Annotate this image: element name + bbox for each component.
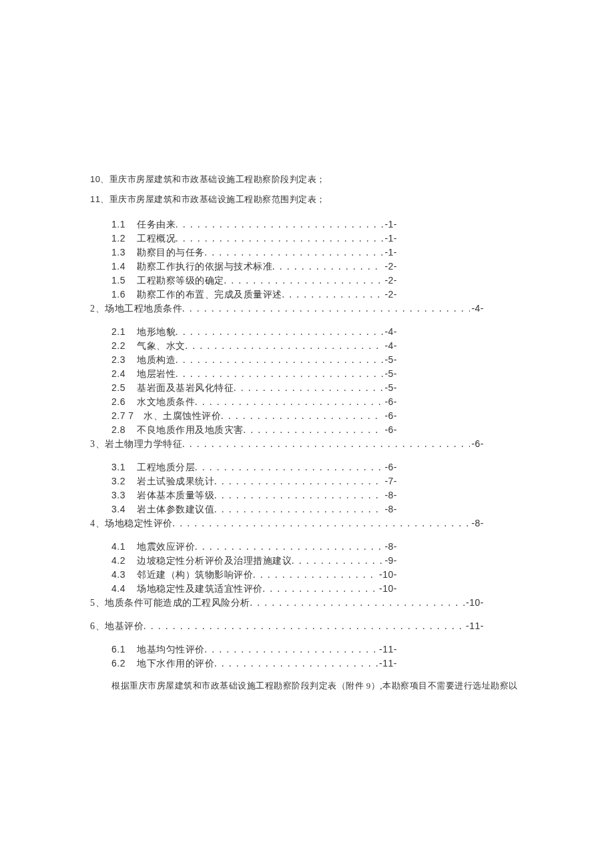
toc-leader-dots — [195, 540, 383, 554]
toc-group: 6.1地基均匀性评价-11-6.2地下水作用的评价-11- — [90, 642, 524, 671]
toc-entry-title: 地层岩性 — [137, 367, 176, 381]
toc-section-number: 2、 — [90, 302, 105, 316]
toc-section: 6、地基评价-11- — [90, 619, 484, 633]
toc-entry-number: 1.5 — [111, 274, 137, 288]
toc-group: 1.1任务由来-1-1.2工程概况-1-1.3勘察目的与任务-1-1.4勘察工作… — [90, 218, 524, 316]
toc-entry-page: -2- — [383, 288, 397, 302]
toc-leader-dots — [282, 288, 384, 302]
toc-entry-number: 2.8 — [111, 423, 137, 437]
toc-section-number: 5、 — [90, 596, 105, 610]
toc-leader-dots — [214, 502, 383, 516]
toc-entry-title: 岩土体参数建议值 — [137, 502, 214, 516]
toc-entry-page: -8- — [383, 540, 397, 554]
toc-entry: 2.3地质构造-5- — [90, 353, 397, 367]
toc-section-page: -4- — [470, 302, 484, 316]
toc-entry: 4.3邻近建（构）筑物影响评价-10- — [90, 568, 397, 582]
toc-entry-title: 工程地质分层 — [137, 460, 195, 474]
toc-entry-page: -8- — [383, 488, 397, 502]
toc-entry: 2.8不良地质作用及地质灾害-6- — [90, 423, 397, 437]
table-of-contents: 1.1任务由来-1-1.2工程概况-1-1.3勘察目的与任务-1-1.4勘察工作… — [90, 218, 524, 671]
toc-entry-number: 1.3 — [111, 246, 137, 260]
toc-group: 4.1地震效应评价-8-4.2边坡稳定性分析评价及治理措施建议-9-4.3邻近建… — [90, 540, 524, 610]
toc-leader-dots — [214, 488, 383, 502]
toc-entry-number: 1.2 — [111, 232, 137, 246]
toc-entry: 1.1任务由来-1- — [90, 218, 397, 232]
toc-entry-number: 3.3 — [111, 488, 137, 502]
toc-entry-number: 2.4 — [111, 367, 137, 381]
toc-entry-title: 地下水作用的评价 — [137, 657, 214, 671]
toc-entry: 4.2边坡稳定性分析评价及治理措施建议-9- — [90, 554, 397, 568]
toc-entry-title: 岩土试验成果统计 — [137, 474, 214, 488]
toc-entry: 2.1地形地貌-4- — [90, 325, 397, 339]
toc-leader-dots — [244, 423, 384, 437]
toc-entry-page: -10- — [378, 582, 397, 596]
toc-section-page: -6- — [470, 437, 484, 451]
toc-leader-dots — [195, 460, 383, 474]
toc-entry-title: 地形地貌 — [137, 325, 176, 339]
toc-entry: 1.2工程概况-1- — [90, 232, 397, 246]
toc-entry-number: 3.2 — [111, 474, 137, 488]
toc-leader-dots — [292, 554, 383, 568]
toc-entry: 3.1工程地质分层-6- — [90, 460, 397, 474]
toc-section-number: 4、 — [90, 516, 105, 530]
toc-entry: 3.4岩土体参数建议值-8- — [90, 502, 397, 516]
toc-entry-number: 4.3 — [111, 568, 137, 582]
toc-entry: 2.6水文地质条件-6- — [90, 395, 397, 409]
toc-entry: 2.2气象、水文-4- — [90, 339, 397, 353]
toc-entry-title: 岩体基本质量等级 — [137, 488, 214, 502]
toc-entry-title: 地质构造 — [137, 353, 176, 367]
toc-leader-dots — [186, 339, 384, 353]
toc-entry-number: 3.1 — [111, 460, 137, 474]
toc-section-page: -8- — [470, 516, 484, 530]
toc-entry-title: 勘察工作的布置、完成及质量评述 — [137, 288, 282, 302]
toc-entry-title: 工程勘察等级的确定 — [137, 274, 224, 288]
toc-entry-title: 邻近建（构）筑物影响评价 — [137, 568, 253, 582]
toc-entry-number: 1.4 — [111, 260, 137, 274]
toc-leader-dots — [176, 232, 383, 246]
toc-entry-page: -9- — [383, 554, 397, 568]
toc-entry-page: -5- — [383, 381, 397, 395]
toc-leader-dots — [176, 353, 383, 367]
toc-entry-page: -11- — [378, 642, 397, 657]
toc-entry-title: 边坡稳定性分析评价及治理措施建议 — [137, 554, 292, 568]
toc-section: 4、场地稳定性评价-8- — [90, 516, 484, 530]
toc-entry-title: 地震效应评价 — [137, 540, 195, 554]
toc-entry-number: 6.1 — [111, 642, 137, 657]
toc-section-number: 3、 — [90, 437, 105, 451]
toc-entry-title: 任务由来 — [137, 218, 176, 232]
toc-entry-title: 勘察目的与任务 — [137, 246, 205, 260]
intro-line-10: 10、重庆市房屋建筑和市政基础设施工程勘察阶段判定表； — [90, 173, 524, 185]
toc-leader-dots — [143, 619, 465, 633]
toc-leader-dots — [263, 582, 378, 596]
toc-leader-dots — [195, 395, 383, 409]
toc-leader-dots — [253, 568, 378, 582]
toc-leader-dots — [182, 437, 470, 451]
toc-entry-page: -6- — [383, 423, 397, 437]
toc-entry-page: -1- — [383, 232, 397, 246]
toc-entry-page: -6- — [383, 460, 397, 474]
toc-entry-page: -4- — [383, 339, 397, 353]
footnote-text: 根据重庆市房屋建筑和市政基础设施工程勘察阶段判定表（附件 9）,本勘察项目不需要… — [90, 680, 524, 692]
toc-entry-number: 2.3 — [111, 353, 137, 367]
toc-entry-number: 3.4 — [111, 502, 137, 516]
toc-entry-number: 1.1 — [111, 218, 137, 232]
toc-entry-page: -2- — [383, 274, 397, 288]
toc-entry-number: 4.1 — [111, 540, 137, 554]
toc-entry-page: -1- — [383, 218, 397, 232]
intro-text: 重庆市房屋建筑和市政基础设施工程勘察阶段判定表； — [109, 174, 326, 184]
document-page: 10、重庆市房屋建筑和市政基础设施工程勘察阶段判定表； 11、重庆市房屋建筑和市… — [0, 0, 614, 692]
toc-group: 3.1工程地质分层-6-3.2岩土试验成果统计-7-3.3岩体基本质量等级-8-… — [90, 460, 524, 530]
toc-entry: 2.7 7水、土腐蚀性评价-6- — [90, 409, 397, 423]
toc-leader-dots — [224, 274, 384, 288]
toc-entry-title: 场地稳定性及建筑适宜性评价 — [137, 582, 263, 596]
toc-entry: 3.2岩土试验成果统计-7- — [90, 474, 397, 488]
toc-group: 6、地基评价-11- — [90, 619, 524, 633]
toc-entry-number: 4.4 — [111, 582, 137, 596]
toc-leader-dots — [176, 325, 383, 339]
toc-entry-title: 地基均匀性评价 — [137, 642, 205, 657]
toc-entry: 6.1地基均匀性评价-11- — [90, 642, 397, 657]
toc-leader-dots — [250, 596, 465, 610]
toc-entry-number: 1.6 — [111, 288, 137, 302]
toc-entry-title: 勘察工作执行的依据与技术标准 — [137, 260, 272, 274]
toc-entry: 2.5基岩面及基岩风化特征-5- — [90, 381, 397, 395]
